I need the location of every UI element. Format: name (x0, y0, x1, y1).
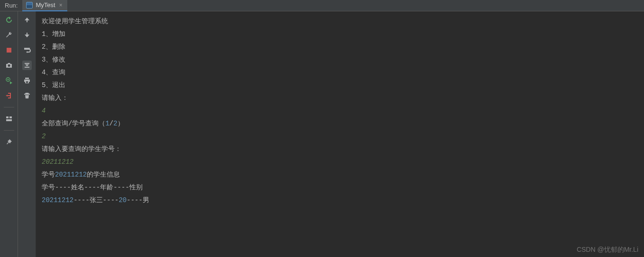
console-output-line: 学号20211212的学生信息 (42, 168, 638, 181)
run-label: Run: (0, 2, 22, 9)
svg-point-2 (7, 79, 9, 80)
close-icon[interactable]: × (58, 2, 63, 9)
console-output-line: 3、修改 (42, 53, 638, 66)
console-output-line: 2、删除 (42, 41, 638, 53)
tab-title: MyTest (36, 1, 55, 9)
separator (4, 107, 14, 107)
layout-icon[interactable] (4, 114, 14, 124)
pin-icon[interactable] (4, 137, 14, 147)
svg-rect-4 (9, 116, 12, 118)
svg-rect-5 (6, 119, 12, 121)
console-output[interactable]: 欢迎使用学生管理系统1、增加2、删除3、修改4、查询5、退出请输入：4全部查询/… (36, 11, 644, 257)
gear-run-icon[interactable] (4, 76, 14, 85)
console-output-line: 1、增加 (42, 28, 638, 41)
application-icon (26, 2, 33, 9)
watermark: CSDN @忧郁的Mr.Li (577, 246, 638, 254)
console-output-line: 学号----姓名----年龄----性别 (42, 181, 638, 194)
print-icon[interactable] (22, 76, 32, 85)
console-input-line: 2 (42, 130, 638, 143)
run-tab[interactable]: MyTest × (22, 0, 67, 11)
left-gutter (0, 11, 18, 257)
stop-icon[interactable] (4, 45, 14, 55)
console-input-line: 20211212 (42, 156, 638, 168)
up-arrow-icon[interactable] (22, 15, 32, 25)
separator (4, 130, 14, 131)
console-input-line: 4 (42, 105, 638, 117)
down-arrow-icon[interactable] (22, 30, 32, 40)
soft-wrap-icon[interactable] (22, 45, 32, 55)
console-output-line: 请输入要查询的学生学号： (42, 143, 638, 156)
console-output-line: 4、查询 (42, 66, 638, 79)
scroll-to-end-icon[interactable] (22, 61, 32, 70)
trash-icon[interactable] (22, 91, 32, 100)
console-output-line: 5、退出 (42, 79, 638, 92)
console-output-line: 全部查询/学号查询（1/2） (42, 117, 638, 130)
top-bar: Run: MyTest × (0, 0, 644, 11)
console-output-line: 欢迎使用学生管理系统 (42, 15, 638, 28)
svg-rect-0 (7, 48, 11, 53)
camera-icon[interactable] (4, 61, 14, 70)
console-gutter (18, 11, 36, 257)
main-area: 欢迎使用学生管理系统1、增加2、删除3、修改4、查询5、退出请输入：4全部查询/… (0, 11, 644, 257)
exit-icon[interactable] (4, 91, 14, 100)
rerun-icon[interactable] (4, 15, 14, 25)
svg-rect-3 (6, 116, 9, 118)
console-output-line: 请输入： (42, 92, 638, 105)
console-output-line: 20211212----张三----20----男 (42, 194, 638, 207)
wrench-icon[interactable] (4, 30, 14, 40)
